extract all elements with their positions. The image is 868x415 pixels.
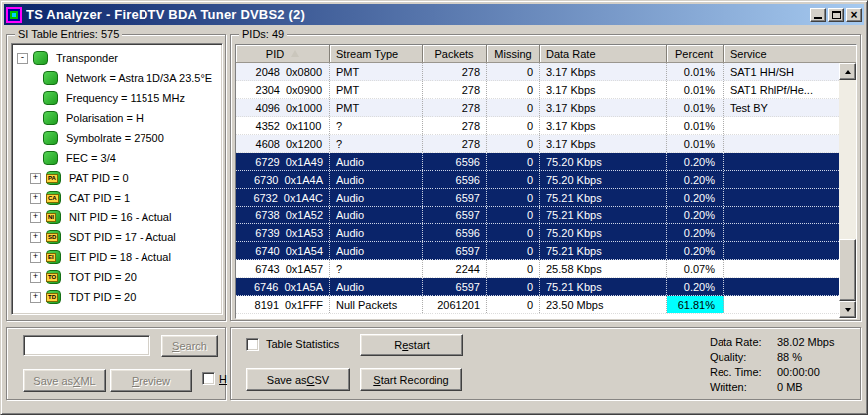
table-row[interactable]: 20480x0800PMT27803.17 Kbps0.01%SAT1 HH/S…	[236, 63, 839, 81]
table-row[interactable]: 67290x1A49Audio6596075.20 Kbps0.20%	[236, 153, 839, 171]
minimize-button[interactable]	[810, 8, 826, 22]
expand-icon[interactable]: +	[30, 292, 41, 303]
cell-pid: 67460x1A5A	[236, 278, 330, 295]
cell-service: Test BY	[724, 99, 839, 116]
pid-decimal: 2304	[242, 84, 280, 96]
maximize-icon	[832, 11, 841, 19]
table-row[interactable]: 67430x1A57?2244025.58 Kbps0.07%	[236, 260, 839, 278]
cell-percent: 0.20%	[667, 153, 724, 170]
table-row[interactable]: 67460x1A5AAudio6597075.21 Kbps0.20%	[236, 278, 839, 296]
cell-packets: 2061201	[423, 296, 487, 313]
pid-decimal: 6740	[242, 245, 280, 257]
cell-service	[724, 171, 839, 188]
expand-icon[interactable]: +	[30, 212, 41, 223]
tree-item[interactable]: Polarisation = H	[12, 108, 222, 128]
tree-item[interactable]: -Transponder	[12, 48, 222, 68]
column-header-percent[interactable]: Percent	[667, 45, 724, 62]
restart-button[interactable]: Restart	[360, 334, 463, 356]
collapse-icon[interactable]: -	[17, 53, 28, 64]
table-row[interactable]: 81910x1FFFNull Packets2061201023.50 Mbps…	[236, 296, 839, 314]
tree-item[interactable]: Symbolrate = 27500	[12, 128, 222, 148]
tree-item[interactable]: +EIEIT PID = 18 - Actual	[12, 247, 222, 267]
cell-pid: 67320x1A4C	[236, 189, 330, 206]
table-row[interactable]: 67400x1A54Audio6597075.21 Kbps0.20%	[236, 242, 839, 260]
tree-item[interactable]: Network = Astra 1D/3A 23.5°E	[12, 68, 222, 88]
stat-value: 88 %	[777, 351, 802, 363]
stat-label: Rec. Time:	[710, 366, 777, 378]
preview-button[interactable]: Preview	[110, 369, 192, 392]
tree-node-icon: SD	[46, 230, 61, 244]
cell-pid: 67380x1A52	[236, 207, 330, 223]
table-row[interactable]: 67320x1A4CAudio6597075.21 Kbps0.20%	[236, 189, 839, 207]
column-header-data_rate[interactable]: Data Rate	[540, 45, 667, 62]
cell-packets: 6597	[423, 189, 487, 206]
cell-stream_type: Audio	[330, 224, 423, 241]
cell-missing: 0	[487, 153, 540, 170]
cell-percent: 0.20%	[667, 207, 724, 223]
expand-icon[interactable]: +	[30, 272, 41, 283]
cell-packets: 278	[423, 117, 487, 134]
tree-item[interactable]: +CACAT PID = 1	[12, 188, 222, 208]
close-button[interactable]: ×	[846, 8, 862, 22]
tree-item[interactable]: +TDTDT PID = 20	[12, 287, 222, 307]
table-row[interactable]: 67390x1A53Audio6596075.20 Kbps0.20%	[236, 224, 839, 242]
table-row[interactable]: 40960x1000PMT27803.17 Kbps0.01%Test BY	[236, 99, 839, 117]
vertical-scrollbar[interactable]	[839, 63, 856, 318]
tree-item[interactable]: +TOTOT PID = 20	[12, 267, 222, 287]
start-recording-button[interactable]: Start Recording	[360, 368, 462, 391]
cell-data_rate: 75.20 Kbps	[540, 171, 667, 188]
stat-row: Quality:88 %	[710, 349, 834, 364]
hex-checkbox[interactable]	[202, 372, 215, 385]
cell-service	[724, 117, 839, 134]
cell-service: SAT1 HH/SH	[724, 63, 839, 80]
pids-count-label: PIDs: 49	[239, 28, 287, 41]
column-header-label: Percent	[675, 48, 713, 60]
pid-hex: 0x1100	[286, 120, 321, 132]
expand-icon[interactable]: +	[30, 252, 41, 263]
tree-item[interactable]: +SDSDT PID = 17 - Actual	[12, 227, 222, 247]
cell-missing: 0	[487, 63, 540, 80]
si-tree[interactable]: -TransponderNetwork = Astra 1D/3A 23.5°E…	[11, 43, 223, 315]
cell-stream_type: Audio	[330, 153, 423, 170]
cell-missing: 0	[487, 278, 540, 295]
cell-percent: 0.01%	[667, 81, 724, 98]
column-header-packets[interactable]: Packets	[423, 45, 487, 62]
column-header-pid[interactable]: PID	[236, 45, 330, 62]
column-header-missing[interactable]: Missing	[487, 45, 540, 62]
expand-icon[interactable]: +	[30, 232, 41, 243]
pid-decimal: 6738	[242, 209, 280, 221]
table-statistics-checkbox[interactable]	[246, 338, 259, 351]
save-as-csv-button[interactable]: Save as CSV	[246, 368, 350, 391]
cell-missing: 0	[487, 242, 540, 259]
table-row[interactable]: 46080x1200?27803.17 Kbps0.01%	[236, 135, 839, 153]
maximize-button[interactable]	[828, 8, 844, 22]
pid-table-header: PIDStream TypePacketsMissingData RatePer…	[236, 45, 856, 63]
tree-item[interactable]: Frequency = 11515 MHz	[12, 88, 222, 108]
pid-hex: 0x1200	[286, 138, 322, 150]
search-button[interactable]: Search	[161, 335, 218, 357]
table-row[interactable]: 67380x1A52Audio6597075.21 Kbps0.20%	[236, 207, 839, 224]
cell-percent: 0.01%	[667, 99, 724, 116]
cell-service	[724, 153, 839, 170]
arrow-up-icon	[845, 70, 851, 74]
cell-stream_type: PMT	[330, 63, 423, 80]
tree-item[interactable]: +NINIT PID = 16 - Actual	[12, 208, 222, 227]
scrollbar-thumb[interactable]	[839, 239, 856, 301]
column-header-service[interactable]: Service	[724, 45, 856, 62]
expand-icon[interactable]: +	[30, 193, 41, 204]
save-as-xml-button[interactable]: Save as XML	[23, 369, 106, 392]
tree-item[interactable]: FEC = 3/4	[12, 148, 222, 168]
table-row[interactable]: 67300x1A4AAudio6596075.20 Kbps0.20%	[236, 171, 839, 189]
table-row[interactable]: 43520x1100?27803.17 Kbps0.01%	[236, 117, 839, 135]
search-input[interactable]	[23, 335, 150, 356]
cell-service	[724, 224, 839, 241]
scroll-down-button[interactable]	[839, 301, 856, 318]
tree-item[interactable]: +PAPAT PID = 0	[12, 168, 222, 188]
cell-stream_type: Audio	[330, 278, 423, 295]
cell-stream_type: Null Packets	[330, 296, 423, 313]
scroll-up-button[interactable]	[839, 63, 856, 80]
expand-icon[interactable]: +	[30, 173, 41, 184]
cell-data_rate: 75.21 Kbps	[540, 207, 667, 223]
table-row[interactable]: 23040x0900PMT27803.17 Kbps0.01%SAT1 RhlP…	[236, 81, 839, 99]
column-header-stream_type[interactable]: Stream Type	[330, 45, 423, 62]
